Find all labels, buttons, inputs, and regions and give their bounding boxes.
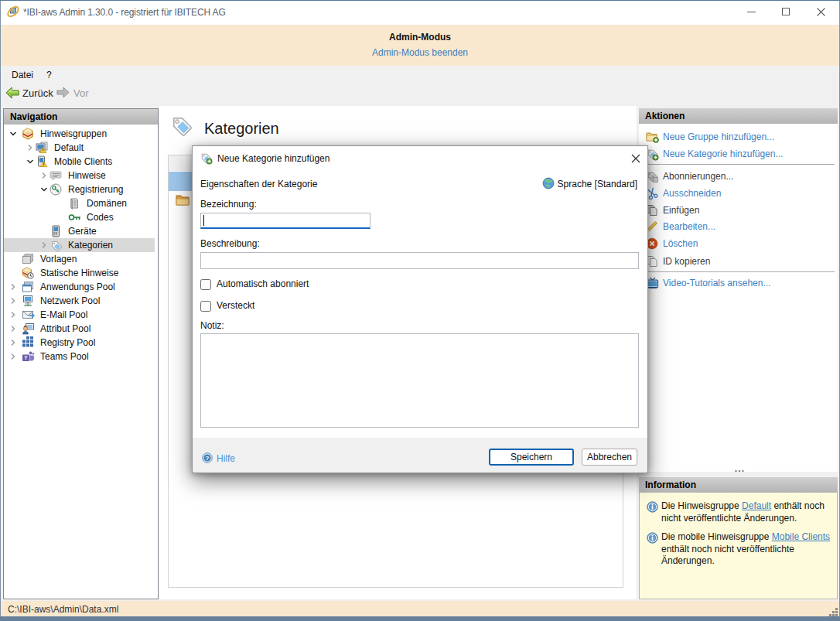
svg-text:?: ? bbox=[206, 455, 210, 462]
